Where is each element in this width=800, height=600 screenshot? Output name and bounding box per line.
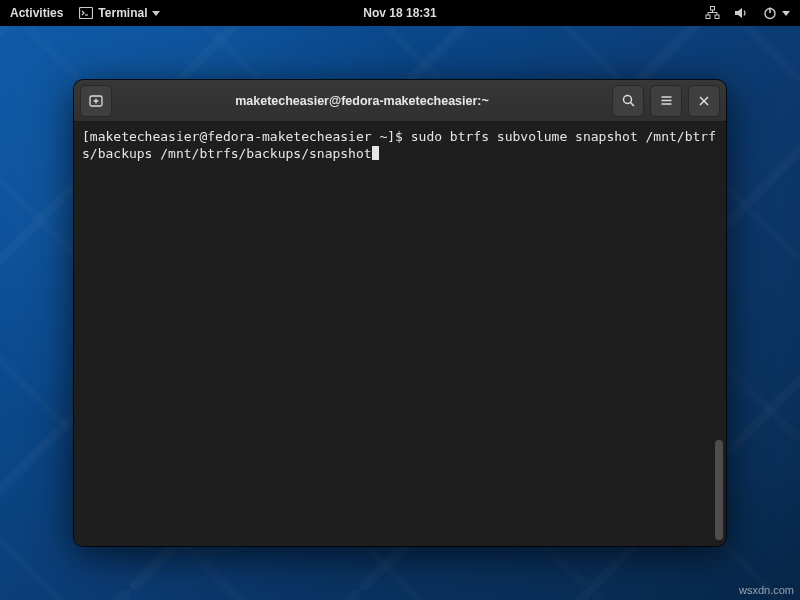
text-cursor (372, 146, 379, 160)
activities-label: Activities (10, 6, 63, 20)
svg-point-10 (623, 96, 631, 104)
search-button[interactable] (612, 85, 644, 117)
svg-rect-2 (711, 7, 715, 11)
power-icon (763, 6, 777, 20)
volume-indicator[interactable] (734, 6, 749, 20)
terminal-app-icon (79, 6, 93, 20)
power-indicator[interactable] (763, 6, 790, 20)
hamburger-icon (659, 93, 674, 108)
terminal-window: maketecheasier@fedora-maketecheasier:~ [… (74, 80, 726, 546)
svg-rect-4 (715, 15, 719, 19)
chevron-down-icon (782, 11, 790, 16)
search-icon (621, 93, 636, 108)
close-button[interactable] (688, 85, 720, 117)
new-tab-button[interactable] (80, 85, 112, 117)
watermark-text: wsxdn.com (739, 584, 794, 596)
network-indicator[interactable] (705, 6, 720, 20)
volume-icon (734, 6, 749, 20)
scrollbar-thumb[interactable] (715, 440, 723, 540)
svg-line-11 (630, 103, 634, 107)
svg-rect-0 (80, 8, 93, 19)
window-title: maketecheasier@fedora-maketecheasier:~ (118, 94, 606, 108)
activities-button[interactable]: Activities (10, 6, 63, 20)
terminal-viewport[interactable]: [maketecheasier@fedora-maketecheasier ~]… (74, 122, 726, 546)
app-menu-label: Terminal (98, 6, 147, 20)
menu-button[interactable] (650, 85, 682, 117)
window-titlebar[interactable]: maketecheasier@fedora-maketecheasier:~ (74, 80, 726, 122)
network-wired-icon (705, 6, 720, 20)
svg-rect-3 (706, 15, 710, 19)
shell-prompt: [maketecheasier@fedora-maketecheasier ~]… (82, 129, 411, 144)
close-icon (697, 94, 711, 108)
chevron-down-icon (152, 11, 160, 16)
clock-button[interactable]: Nov 18 18:31 (363, 6, 436, 20)
gnome-topbar: Activities Terminal Nov 18 18:31 (0, 0, 800, 26)
clock-label: Nov 18 18:31 (363, 6, 436, 20)
app-menu-button[interactable]: Terminal (79, 6, 160, 20)
new-tab-icon (88, 93, 104, 109)
